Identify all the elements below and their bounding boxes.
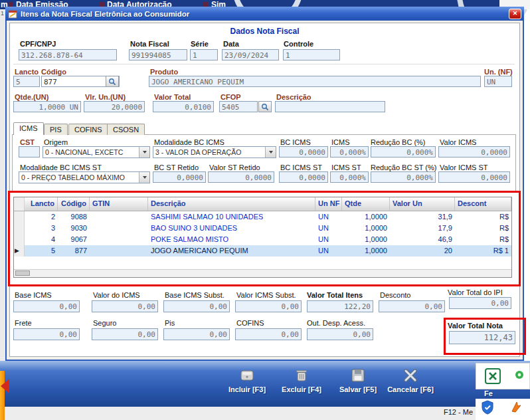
cst-label: CST [20,138,35,146]
cpf-cnpj-label: CPF/CNPJ [20,40,56,48]
green-status-icon[interactable] [515,370,524,379]
pis-field[interactable]: 0,00 [163,328,230,340]
col-descricao[interactable]: Descrição [148,197,315,211]
serie-field[interactable]: 1 [190,49,218,60]
tab-cofins[interactable]: COFINS [68,124,108,135]
back-arrow-icon[interactable] [1,379,9,393]
salvar-button[interactable]: Salvar [F5] [330,367,386,393]
tab-pis[interactable]: PIS [44,124,68,135]
modalidade-bc-icms-st-select[interactable]: 0 - PREÇO TABELADO MÁXIMO [19,171,150,183]
serie-label: Série [191,40,209,48]
excluir-button[interactable]: Excluir [F4] [274,367,329,393]
modalidade-bc-icms-label: Modalidade BC ICMS [154,138,224,146]
un-nf-field[interactable]: UN [484,76,512,87]
marker-square-icon [203,2,208,7]
seguro-field[interactable]: 0,00 [92,328,158,340]
seguro-label: Seguro [93,319,116,327]
desconto-field[interactable]: 0,00 [379,300,445,312]
codigo-lookup-button[interactable] [106,76,119,87]
lancto-field[interactable]: 5 [13,76,40,87]
grid-row[interactable]: 2 9088 SASHIMI SALMAO 10 UNIDADES UN 1,0… [14,211,511,223]
background-text-fragment: 1 [1,10,4,17]
row-marker-icon: ▶ [15,247,19,254]
cfop-lookup-button[interactable] [258,101,272,112]
origem-select[interactable]: 0 - NACIONAL, EXCETC [43,146,150,158]
cfop-field[interactable]: 5405 [219,101,258,112]
bc-icms-st-field[interactable]: 0,0000 [279,171,328,183]
search-icon [261,103,269,111]
col-desconto[interactable]: Descont [455,197,511,211]
grid-indicator-column [14,197,25,211]
col-codigo[interactable]: Código [58,197,90,211]
valor-icms-st-field[interactable]: 0,0000 [438,171,510,183]
col-un-nf[interactable]: Un NF [315,197,342,211]
icms-st-field[interactable]: 0,000% [330,171,369,183]
col-lancto[interactable]: Lancto [25,197,58,211]
cpf-cnpj-field[interactable]: 312.268.878-64 [19,49,117,60]
incluir-button[interactable]: Incluir [F3] [219,367,275,393]
qtde-field[interactable]: 1,0000 UN [13,101,81,112]
vlr-un-label: Vlr. Un.(UN) [85,93,126,101]
marker-square-icon [100,2,104,7]
cst-field[interactable] [19,146,40,158]
vlr-un-field[interactable]: 20,0000 [84,101,145,112]
lancto-label: Lancto [15,68,39,76]
dialog-title: Itens da Nota Fiscal Eletrônica ao Consu… [21,10,509,18]
valor-total-nota-field[interactable]: 112,43 [449,331,515,344]
descricao-field[interactable] [275,101,385,112]
frete-field[interactable]: 0,00 [13,328,80,340]
out-desp-field[interactable]: 0,00 [307,328,373,340]
tab-csosn[interactable]: CSOSN [107,124,145,135]
dropdown-arrow-button[interactable] [139,147,149,158]
base-icms-field[interactable]: 0,00 [13,300,80,312]
valor-total-itens-field[interactable]: 122,20 [307,300,373,312]
valor-icms-field[interactable]: 0,0000 [438,146,510,158]
dropdown-arrow-button[interactable] [139,172,149,183]
scrollbar-thumb[interactable] [15,270,30,276]
modalidade-bc-icms-select[interactable]: 3 - VALOR DA OPERAÇÃO [153,146,276,158]
items-grid[interactable]: Lancto Código GTIN Descrição Un NF Qtde … [13,197,512,278]
controle-field[interactable]: 1 [283,49,340,60]
nota-fiscal-field[interactable]: 991994085 [129,49,187,60]
marker-square-icon [9,2,13,7]
dropdown-arrow-button[interactable] [265,147,276,158]
origem-label: Origem [44,138,68,146]
data-field[interactable]: 23/09/2024 [222,49,279,60]
reducao-bc-field[interactable]: 0,000% [371,146,436,158]
base-icms-subst-field[interactable]: 0,00 [163,300,230,312]
col-gtin[interactable]: GTIN [90,197,148,211]
bc-icms-st-label: BC ICMS ST [280,163,322,171]
col-valor-un[interactable]: Valor Un [390,197,455,211]
nota-fiscal-label: Nota Fiscal [130,40,169,48]
orange-bolt-icon[interactable] [510,401,522,413]
valor-total-label: Valor Total [154,93,191,101]
cancel-x-icon [402,367,419,384]
grid-row[interactable]: 3 9030 BAO SUINO 3 UNIDADES UN 1,0000 17… [14,223,511,234]
valor-st-retido-field[interactable]: 0,0000 [208,171,274,183]
shield-check-icon[interactable] [481,400,494,415]
valor-total-ipi-field[interactable]: 0,00 [449,297,511,309]
cancelar-button[interactable]: Cancelar [F6] [383,367,438,393]
fechar-button[interactable]: Fe [484,389,493,397]
valor-total-nota-label: Valor Total Nota [448,322,503,330]
icms-field[interactable]: 0,000% [330,146,369,158]
grid-row[interactable]: 4 9067 POKE SALMAO MISTO UN 1,0000 46,9 … [14,234,511,245]
cofins-field[interactable]: 0,00 [235,328,302,340]
bc-st-retido-field[interactable]: 0,0000 [153,171,206,183]
valor-icms-subst-field[interactable]: 0,00 [235,300,302,312]
tab-icms[interactable]: ICMS [13,122,44,135]
grid-row-selected[interactable]: ▶ 5 877 JOGO AMERICANO PEQUIM UN 1,0000 … [14,245,511,257]
dialog-titlebar[interactable]: Itens da Nota Fiscal Eletrônica ao Consu… [5,7,524,21]
col-qtde[interactable]: Qtde [342,197,390,211]
valor-st-retido-label: Valor ST Retido [209,163,260,171]
spreadsheet-icon[interactable] [484,368,501,385]
bc-icms-field[interactable]: 0,0000 [279,146,328,158]
tray-panel [476,363,530,389]
valor-do-icms-field[interactable]: 0,00 [92,300,158,312]
bc-icms-label: BC ICMS [280,138,311,146]
valor-total-field[interactable]: 0,0100 [153,101,214,112]
reducao-bc-st-field[interactable]: 0,000% [371,171,436,183]
grid-hscrollbar[interactable] [14,269,511,277]
produto-field[interactable]: JOGO AMERICANO PEQUIM [149,76,481,87]
close-button[interactable]: ✕ [509,9,521,19]
